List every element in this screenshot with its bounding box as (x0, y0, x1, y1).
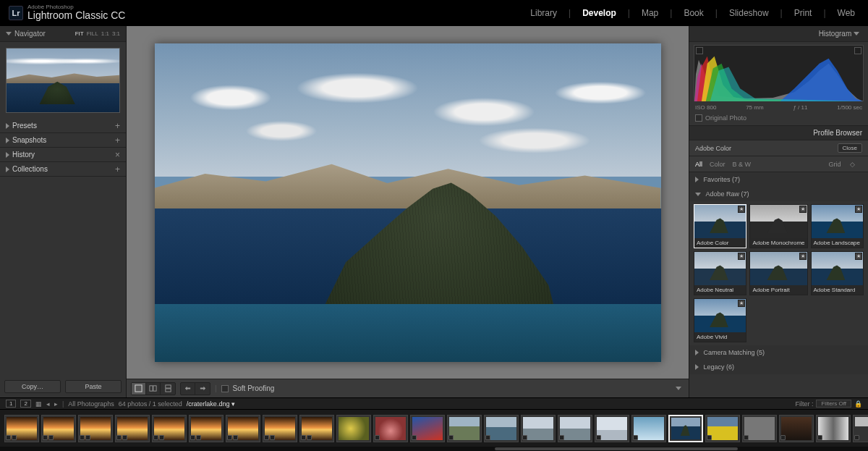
before-after-lr-button[interactable] (146, 383, 161, 395)
filmstrip-thumb-selected[interactable] (668, 415, 703, 442)
filmstrip-thumb[interactable] (263, 415, 297, 442)
module-develop[interactable]: Develop (578, 8, 621, 18)
filmstrip-thumb[interactable] (373, 415, 408, 442)
favorite-star-icon[interactable]: ★ (738, 253, 745, 260)
histogram[interactable] (694, 45, 864, 101)
filter-bw[interactable]: B & W (733, 161, 752, 168)
filmstrip-thumb[interactable] (336, 415, 371, 442)
meta-iso: ISO 800 (695, 104, 716, 111)
module-slideshow[interactable]: Slideshow (725, 8, 773, 18)
adobe-raw-section[interactable]: Adobe Raw (7) (689, 187, 868, 201)
next-photo-icon[interactable]: ▸ (54, 400, 58, 408)
plus-icon[interactable]: + (115, 121, 120, 131)
profile-adobe-standard[interactable]: ★Adobe Standard (811, 251, 864, 295)
favorite-star-icon[interactable]: ★ (855, 253, 862, 260)
filmstrip[interactable] (0, 409, 868, 447)
filmstrip-thumb[interactable] (447, 415, 482, 442)
panel-snapshots[interactable]: Snapshots+ (0, 133, 126, 148)
plus-icon[interactable]: + (115, 135, 120, 146)
filter-lock-icon[interactable]: 🔒 (854, 400, 862, 408)
monitor-2-tab[interactable]: 2 (20, 400, 30, 408)
zoom-1-1[interactable]: 1:1 (101, 30, 109, 37)
plus-icon[interactable]: + (115, 164, 120, 174)
legacy-section[interactable]: Legacy (6) (689, 360, 868, 374)
grid-view-toggle[interactable]: Grid ◇ (828, 161, 855, 168)
navigator-thumbnail[interactable] (6, 48, 120, 113)
close-icon[interactable]: × (115, 150, 120, 160)
filmstrip-thumb[interactable] (410, 415, 445, 442)
filmstrip-thumb[interactable] (189, 415, 224, 442)
profile-adobe-portrait[interactable]: ★Adobe Portrait (749, 251, 807, 295)
toolbar-menu-icon[interactable] (676, 387, 681, 390)
module-web[interactable]: Web (833, 8, 859, 18)
favorite-star-icon[interactable]: ★ (799, 253, 807, 260)
zoom-3-1[interactable]: 3:1 (112, 30, 120, 37)
profile-adobe-color[interactable]: ★Adobe Color (694, 204, 746, 248)
profile-adobe-landscape[interactable]: ★Adobe Landscape (811, 204, 864, 248)
filename-label[interactable]: /craterlake.dng ▾ (187, 400, 235, 408)
close-button[interactable]: Close (838, 143, 862, 153)
filmstrip-thumb[interactable] (816, 415, 851, 442)
copy-after-to-before-button[interactable] (195, 383, 210, 395)
filmstrip-thumb[interactable] (78, 415, 113, 442)
filmstrip-thumb[interactable] (4, 415, 39, 442)
zoom-fit[interactable]: FIT (75, 30, 84, 37)
main-image-canvas[interactable] (155, 43, 661, 362)
module-library[interactable]: Library (526, 8, 561, 18)
module-print[interactable]: Print (790, 8, 817, 18)
before-after-tb-button[interactable] (161, 383, 175, 395)
filmstrip-thumb[interactable] (226, 415, 260, 442)
filmstrip-scrollbar[interactable] (0, 447, 868, 451)
panel-collections[interactable]: Collections+ (0, 162, 126, 177)
paste-button[interactable]: Paste (65, 380, 122, 393)
filmstrip-thumb[interactable] (484, 415, 519, 442)
filmstrip-infobar: 1 2 ▦ ◂ ▸ | All Photographs 64 photos / … (0, 397, 868, 409)
count-label: 64 photos / 1 selected (119, 400, 182, 408)
filter-color[interactable]: Color (710, 161, 726, 168)
filmstrip-thumb[interactable] (742, 415, 777, 442)
profile-adobe-monochrome[interactable]: ★Adobe Monochrome (749, 204, 807, 248)
filmstrip-thumb[interactable] (115, 415, 150, 442)
filmstrip-thumb[interactable] (152, 415, 187, 442)
svg-rect-2 (153, 386, 156, 391)
favorite-star-icon[interactable]: ★ (799, 206, 807, 213)
filmstrip-thumb[interactable] (521, 415, 556, 442)
navigator-header[interactable]: Navigator FIT FILL 1:1 3:1 (0, 26, 126, 42)
filmstrip-thumb[interactable] (631, 415, 666, 442)
profile-adobe-neutral[interactable]: ★Adobe Neutral (694, 251, 746, 295)
original-photo-row[interactable]: Original Photo (689, 112, 868, 126)
favorites-section[interactable]: Favorites (7) (689, 172, 868, 187)
filmstrip-thumb[interactable] (41, 415, 76, 442)
swap-before-after-button[interactable] (181, 383, 195, 395)
source-label[interactable]: All Photographs (68, 400, 114, 408)
filmstrip-thumb[interactable] (558, 415, 592, 442)
favorite-star-icon[interactable]: ★ (855, 206, 862, 213)
center-toolbar: | Soft Proofing (127, 379, 689, 397)
filmstrip-thumb[interactable] (853, 415, 868, 442)
monitor-1-tab[interactable]: 1 (6, 400, 16, 408)
profile-adobe-vivid[interactable]: ★Adobe Vivid (694, 298, 746, 342)
panel-presets[interactable]: Presets+ (0, 119, 126, 133)
filmstrip-thumb[interactable] (299, 415, 334, 442)
panel-history[interactable]: History× (0, 148, 126, 162)
filmstrip-thumb[interactable] (595, 415, 629, 442)
prev-photo-icon[interactable]: ◂ (46, 400, 50, 408)
original-photo-checkbox[interactable] (695, 114, 702, 122)
profile-browser-header[interactable]: Profile Browser (689, 126, 868, 140)
histogram-header[interactable]: Histogram (689, 26, 868, 42)
filter-dropdown[interactable]: Filters Off (816, 400, 851, 408)
filter-all[interactable]: All (695, 161, 702, 168)
module-picker: Library| Develop| Map| Book| Slideshow| … (526, 8, 859, 18)
loupe-view-button[interactable] (132, 383, 146, 395)
zoom-fill[interactable]: FILL (87, 30, 98, 37)
copy-button[interactable]: Copy… (4, 380, 61, 393)
camera-matching-section[interactable]: Camera Matching (5) (689, 345, 868, 360)
favorite-star-icon[interactable]: ★ (738, 206, 745, 213)
module-book[interactable]: Book (679, 8, 707, 18)
grid-icon[interactable]: ▦ (35, 400, 42, 408)
filmstrip-thumb[interactable] (779, 415, 814, 442)
filmstrip-thumb[interactable] (705, 415, 740, 442)
favorite-star-icon[interactable]: ★ (738, 300, 745, 307)
soft-proofing-checkbox[interactable] (221, 385, 229, 392)
module-map[interactable]: Map (637, 8, 663, 18)
